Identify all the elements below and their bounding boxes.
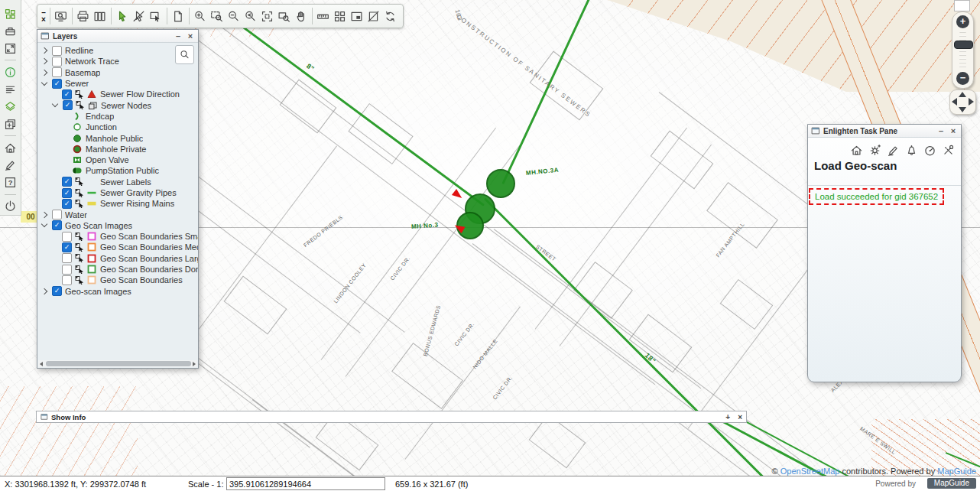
- layer-checkbox[interactable]: ✓: [62, 199, 72, 209]
- layer-checkbox[interactable]: [52, 57, 62, 67]
- info-button[interactable]: [2, 65, 18, 79]
- zoom-in-button[interactable]: +: [956, 15, 969, 28]
- mapguide-link[interactable]: MapGuide: [937, 467, 976, 476]
- show-grid-button[interactable]: [332, 6, 349, 26]
- layer-item-sewer-rising-mains[interactable]: ✓Sewer Rising Mains: [37, 198, 198, 209]
- gauge-button[interactable]: [923, 144, 936, 157]
- expander-icon[interactable]: [52, 101, 58, 107]
- expander-icon[interactable]: [41, 288, 47, 294]
- settings-button[interactable]: [868, 144, 881, 157]
- layer-checkbox[interactable]: [62, 232, 72, 242]
- expander-icon[interactable]: [41, 47, 47, 54]
- buffer-button[interactable]: [170, 6, 187, 26]
- expand-window-button[interactable]: [2, 41, 18, 55]
- layer-item-water[interactable]: Water: [37, 209, 198, 219]
- show-info-restore-button[interactable]: +: [725, 413, 730, 421]
- pan-left-icon[interactable]: [952, 98, 957, 106]
- layers-close-button[interactable]: ×: [186, 31, 195, 41]
- layer-checkbox[interactable]: [62, 265, 72, 275]
- layers-minimize-button[interactable]: –: [174, 31, 183, 41]
- refresh-button[interactable]: [382, 6, 399, 26]
- layer-checkbox[interactable]: ✓: [62, 188, 72, 198]
- show-info-close-button[interactable]: ×: [738, 413, 742, 421]
- draw-button[interactable]: [887, 144, 900, 157]
- legend-button[interactable]: [2, 83, 18, 96]
- layer-item-sewer-gravity-pipes[interactable]: ✓Sewer Gravity Pipes: [37, 187, 198, 198]
- manhole-feature[interactable]: [486, 169, 515, 198]
- layer-item-sewer-labels[interactable]: ✓Sewer Labels: [37, 177, 198, 187]
- openstreetmap-link[interactable]: OpenStreetMap: [780, 467, 840, 476]
- layer-checkbox[interactable]: ✓: [62, 89, 72, 99]
- layer-item-geo-scan-images[interactable]: ✓Geo-scan Images: [37, 286, 198, 297]
- zoom-slider-track[interactable]: [959, 31, 966, 69]
- expander-icon[interactable]: [41, 79, 47, 85]
- help-button[interactable]: ?: [2, 175, 18, 189]
- task-pane-minimize-button[interactable]: –: [936, 126, 946, 135]
- layers-button[interactable]: [2, 99, 18, 113]
- layers-horizontal-scrollbar[interactable]: [38, 360, 197, 367]
- mapguide-badge[interactable]: MapGuide: [927, 478, 976, 489]
- add-layer-button[interactable]: [2, 117, 18, 131]
- pan-up-icon[interactable]: [959, 92, 966, 97]
- layer-checkbox[interactable]: [52, 210, 62, 219]
- select-button[interactable]: [114, 6, 131, 26]
- layer-item-sewer-nodes[interactable]: ✓Sewer Nodes: [37, 99, 198, 110]
- overview-map-button[interactable]: [349, 6, 365, 26]
- zoom-out-button[interactable]: [226, 6, 242, 26]
- layer-item-sewer-flow-direction[interactable]: ✓Sewer Flow Direction: [37, 89, 198, 99]
- pan-right-icon[interactable]: [969, 98, 974, 106]
- tools-button[interactable]: [942, 144, 955, 157]
- layer-checkbox[interactable]: ✓: [52, 286, 62, 296]
- layer-checkbox[interactable]: [52, 46, 62, 56]
- zoom-in-button[interactable]: [192, 6, 209, 26]
- expander-icon[interactable]: [41, 221, 47, 227]
- layer-item-geo-scan-boundaries[interactable]: Geo Scan Boundaries: [37, 275, 198, 285]
- layer-item-geo-scan-boundaries-medium[interactable]: ✓Geo Scan Boundaries Medium: [37, 242, 198, 252]
- zoom-slider-handle[interactable]: [954, 41, 973, 49]
- scroll-right-icon[interactable]: [193, 362, 196, 366]
- toolbar-close-button[interactable]: ×: [41, 16, 46, 23]
- task-pane-header[interactable]: Enlighten Task Pane – ×: [808, 125, 961, 138]
- layer-search-button[interactable]: [175, 45, 194, 64]
- layer-item-geo-scan-boundaries-small[interactable]: Geo Scan Boundaries Small: [37, 231, 198, 242]
- layers-panel-header[interactable]: Layers – ×: [37, 30, 198, 43]
- layer-item-basemap[interactable]: Basemap: [37, 67, 198, 78]
- layer-checkbox[interactable]: ✓: [52, 79, 62, 89]
- layer-checkbox[interactable]: [62, 253, 72, 263]
- layer-checkbox[interactable]: [52, 67, 62, 77]
- zoom-extents-button[interactable]: [259, 6, 276, 26]
- layer-item-sewer[interactable]: ✓Sewer: [37, 78, 198, 89]
- layer-checkbox[interactable]: ✓: [63, 100, 73, 110]
- layer-item-geo-scan-images[interactable]: ✓Geo Scan Images: [37, 220, 198, 231]
- draw-button[interactable]: [2, 158, 18, 172]
- apps-button[interactable]: [2, 7, 18, 21]
- scroll-left-icon[interactable]: [40, 362, 43, 366]
- pan-down-icon[interactable]: [959, 107, 966, 112]
- notifications-button[interactable]: [905, 144, 918, 157]
- expander-icon[interactable]: [41, 69, 47, 75]
- task-pane-close-button[interactable]: ×: [949, 126, 958, 135]
- scale-input[interactable]: [226, 477, 385, 490]
- show-info-bar[interactable]: Show Info + ×: [36, 411, 747, 423]
- layer-item-geo-scan-boundaries-done[interactable]: Geo Scan Boundaries Done: [37, 264, 198, 275]
- select-within-button[interactable]: [148, 6, 164, 26]
- quick-plot-button[interactable]: [92, 6, 109, 26]
- print-button[interactable]: [75, 6, 92, 26]
- pan-button[interactable]: [293, 6, 310, 26]
- print-tool-button[interactable]: [2, 24, 18, 37]
- layer-checkbox[interactable]: ✓: [62, 242, 72, 252]
- zoom-rectangle-button[interactable]: [209, 6, 226, 26]
- layer-checkbox[interactable]: ✓: [62, 177, 72, 187]
- layer-checkbox[interactable]: [62, 275, 72, 285]
- zoom-out-button[interactable]: −: [956, 72, 969, 85]
- layer-checkbox[interactable]: ✓: [52, 220, 62, 230]
- select-none-button[interactable]: [365, 6, 382, 26]
- measure-button[interactable]: [315, 6, 332, 26]
- layer-item-network-trace[interactable]: Network Trace: [37, 56, 198, 67]
- layer-item-geo-scan-boundaries-large[interactable]: Geo Scan Boundaries Large: [37, 253, 198, 264]
- expander-icon[interactable]: [41, 58, 47, 64]
- home-button[interactable]: [2, 141, 18, 154]
- home-button[interactable]: [850, 144, 863, 157]
- zoom-previous-button[interactable]: [242, 6, 259, 26]
- power-button[interactable]: [2, 199, 18, 213]
